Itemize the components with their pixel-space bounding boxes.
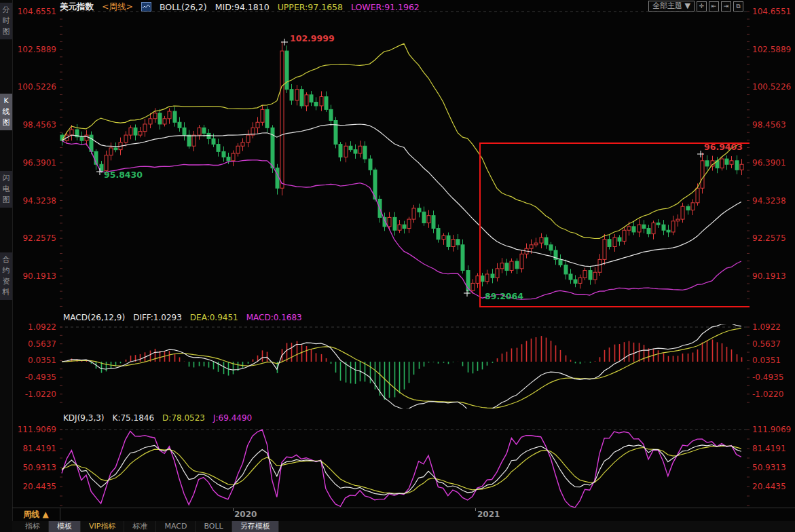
macd-panel-header: MACD(26,12,9) DIFF:1.0293 DEA:0.9451 MAC…	[63, 313, 302, 323]
time-axis: 周线 ▲ 2020 2021	[12, 508, 795, 522]
axis-tick-label: 0.0351	[28, 356, 56, 365]
axis-tick-label: 90.1913	[752, 271, 786, 281]
axis-tick-label: 0.5637	[752, 339, 781, 349]
axis-tick-label: 111.9069	[18, 425, 56, 434]
high-price-annotation: 102.9999	[290, 33, 335, 43]
macd-panel[interactable]	[60, 324, 750, 408]
axis-tick-label: -0.4935	[752, 373, 783, 382]
axis-tick-label: 111.9069	[752, 425, 791, 434]
axis-tick-label: 94.3238	[22, 196, 56, 206]
left-price-axis: 104.6551102.5889100.522698.456396.390194…	[12, 0, 58, 508]
axis-tick-label: 92.2575	[22, 233, 56, 243]
low-price-annotation: 89.2064	[485, 291, 523, 301]
sidebar-item-contract-info[interactable]: 合约资料	[0, 252, 12, 300]
axis-tick-label: 94.3238	[752, 196, 786, 206]
axis-tick-label: 0.5637	[28, 339, 56, 349]
tab-boll[interactable]: BOLL	[196, 521, 232, 532]
macd-name[interactable]: MACD(26,12,9)	[63, 313, 125, 323]
axis-tick-label: 1.0922	[28, 322, 56, 332]
sidebar-item-flash-chart[interactable]: 闪电图	[0, 171, 12, 208]
axis-tick-label: 20.4435	[22, 482, 56, 491]
year-tick	[475, 508, 476, 511]
axis-tick-label: -1.0220	[752, 390, 783, 399]
kdj-k-value: K:75.1846	[113, 413, 155, 423]
axis-tick-label: 102.5889	[752, 45, 791, 54]
axis-tick-label: 98.4563	[752, 120, 786, 130]
axis-tick-label: -1.0220	[25, 390, 56, 399]
axis-tick-label: 104.6551	[18, 7, 56, 16]
main-candlestick-panel[interactable]: 95.8430102.999989.206496.9403	[60, 7, 750, 309]
high-price-annotation: 96.9403	[704, 142, 743, 152]
axis-tick-label: -0.4935	[25, 373, 56, 382]
right-price-axis: 104.6551102.5889100.522698.456396.390194…	[751, 0, 795, 508]
axis-tick-label: 81.4191	[22, 444, 56, 453]
kdj-d-value: D:78.0523	[162, 413, 205, 423]
tab-save-template[interactable]: 另存模板	[232, 521, 279, 532]
period-selector-button[interactable]: 周线 ▲	[12, 508, 60, 520]
sidebar-item-kline-chart[interactable]: K线图	[0, 94, 12, 130]
axis-tick-label: 98.4563	[22, 120, 56, 130]
indicator-tabbar: 指标 模板 VIP指标 标准 MACD BOLL 另存模板	[12, 521, 795, 532]
tab-templates[interactable]: 模板	[49, 521, 81, 532]
axis-tick-label: 90.1913	[22, 271, 56, 281]
axis-tick-label: 100.5226	[752, 82, 791, 92]
axis-tick-label: 92.2575	[752, 233, 786, 243]
low-price-annotation: 95.8430	[104, 170, 143, 180]
axis-tick-label: 100.5226	[18, 82, 56, 92]
macd-diff-value: DIFF:1.0293	[133, 313, 182, 323]
axis-tick-label: 0.0351	[752, 356, 781, 365]
axis-tick-label: 102.5889	[18, 45, 56, 54]
axis-tick-label: 96.3901	[752, 158, 786, 168]
tab-standard[interactable]: 标准	[124, 521, 156, 532]
year-label-2020: 2020	[234, 510, 257, 519]
kdj-panel[interactable]	[60, 423, 750, 508]
up-arrow-icon: ▲	[42, 510, 48, 519]
kdj-name[interactable]: KDJ(9,3,3)	[63, 413, 105, 423]
axis-tick-label: 96.3901	[22, 158, 56, 168]
axis-tick-label: 20.4435	[752, 482, 786, 491]
axis-tick-label: 104.6551	[752, 7, 791, 16]
axis-tick-label: 50.9313	[22, 463, 56, 472]
macd-bar-value: MACD:0.1683	[246, 313, 302, 323]
year-label-2021: 2021	[477, 510, 500, 519]
axis-tick-label: 50.9313	[752, 463, 786, 472]
trading-app-window: 分时图 K线图 闪电图 合约资料 美元指数 <周线> BOLL(26,2) MI…	[0, 0, 795, 532]
sidebar-item-time-chart[interactable]: 分时图	[0, 3, 12, 39]
year-tick	[233, 508, 234, 511]
chart-type-sidebar: 分时图 K线图 闪电图 合约资料	[0, 0, 13, 532]
macd-dea-value: DEA:0.9451	[190, 313, 238, 323]
tab-indicators[interactable]: 指标	[17, 521, 49, 532]
axis-tick-label: 1.0922	[752, 322, 781, 332]
kdj-j-value: J:69.4490	[213, 413, 252, 423]
tab-macd[interactable]: MACD	[156, 521, 196, 532]
kdj-panel-header: KDJ(9,3,3) K:75.1846 D:78.0523 J:69.4490	[63, 413, 252, 423]
axis-tick-label: 81.4191	[752, 444, 786, 453]
tab-vip-indicators[interactable]: VIP指标	[81, 521, 124, 532]
